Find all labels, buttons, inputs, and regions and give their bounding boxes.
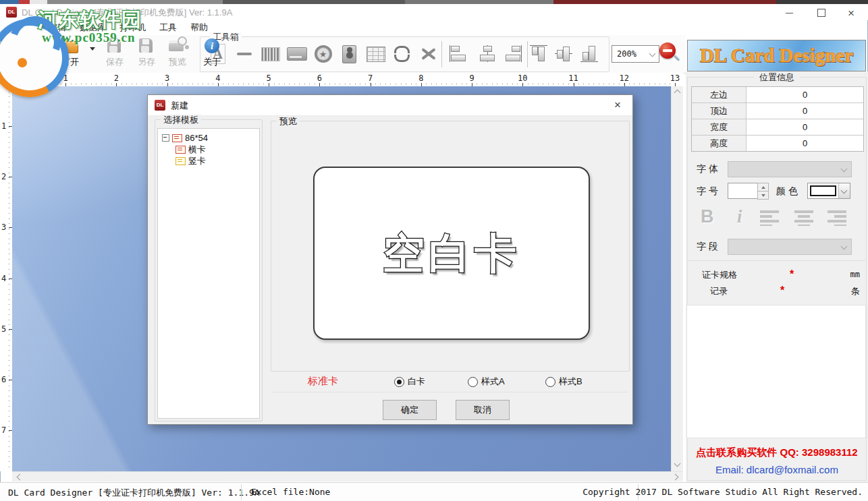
menu-item-0[interactable]: 文件	[11, 20, 42, 35]
align-left-icon[interactable]	[450, 45, 467, 62]
open-button[interactable]: 打开	[43, 36, 97, 70]
brand-banner: DL Card Designer	[687, 40, 866, 71]
table-tool-icon[interactable]	[364, 41, 387, 67]
ruler-number: 6	[1, 375, 6, 384]
maximize-button[interactable]	[810, 5, 833, 20]
radio-checked-icon[interactable]	[394, 377, 404, 387]
align-bottom-icon[interactable]	[580, 45, 598, 62]
card-template-icon	[175, 157, 186, 165]
align-top-icon[interactable]	[530, 45, 547, 62]
save-button[interactable]: 保存	[99, 36, 131, 70]
dialog-close-button[interactable]: ×	[607, 97, 628, 113]
position-row: 宽度0	[692, 119, 863, 136]
align-right-icon[interactable]	[504, 45, 522, 62]
photo-tool-icon[interactable]	[337, 41, 361, 67]
close-button[interactable]: ×	[840, 5, 863, 20]
card-tool-icon[interactable]	[285, 41, 308, 67]
window-title: DL Card Designer [专业证卡打印机免费版] Ver: 1.1.9…	[22, 7, 232, 19]
template-tree[interactable]: 86*54横卡竖卡	[157, 128, 260, 419]
field-select[interactable]	[728, 239, 852, 255]
tree-item-1[interactable]: 横卡	[158, 144, 259, 155]
ruler-number: 4	[215, 73, 220, 83]
menu-item-2[interactable]: 数据库	[73, 20, 113, 35]
ok-button[interactable]: 确定	[383, 400, 437, 420]
menu-item-3[interactable]: 打印机	[113, 20, 153, 35]
toolbox-group: 工具箱	[200, 36, 609, 72]
radio-unchecked-icon[interactable]	[545, 377, 555, 387]
align-center-horizontal-icon[interactable]	[479, 45, 496, 62]
refresh-tool-icon[interactable]	[390, 41, 414, 67]
chevron-down-icon	[649, 51, 656, 57]
ruler-number: 10	[518, 73, 527, 83]
barcode-tool-icon[interactable]	[259, 41, 282, 67]
about-button-label: 关于	[203, 56, 221, 68]
cancel-button[interactable]: 取消	[456, 400, 510, 420]
record-listbox[interactable]	[686, 305, 866, 438]
preview-icon	[167, 36, 188, 55]
position-row-value: 0	[747, 136, 863, 151]
preview-group-label: 预览	[277, 116, 300, 126]
tree-item-label: 竖卡	[188, 155, 206, 167]
bold-button[interactable]: B	[701, 206, 714, 227]
status-separator	[241, 484, 242, 500]
horizontal-scrollbar[interactable]	[12, 471, 683, 481]
radio-1[interactable]: 样式A	[468, 376, 505, 388]
preview-group: 预览 空白卡	[271, 121, 630, 372]
menu-item-4[interactable]: 工具	[153, 20, 184, 35]
radio-0[interactable]: 白卡	[394, 376, 425, 388]
menu-item-1[interactable]: 编辑	[42, 20, 73, 35]
tree-collapse-icon[interactable]	[162, 134, 169, 142]
toolbox-separator	[527, 41, 528, 67]
color-dropdown-button[interactable]	[838, 183, 850, 198]
card-style-strip: 标准卡 白卡样式A样式B	[271, 370, 628, 392]
email-link[interactable]: Email: dlcard@foxmail.com	[686, 464, 868, 475]
scroll-up-icon[interactable]	[674, 90, 681, 96]
position-row-label: 左边	[692, 87, 747, 102]
position-row: 左边0	[692, 87, 863, 103]
align-text-right-icon[interactable]	[826, 210, 846, 226]
standard-card-label: 标准卡	[308, 375, 338, 388]
spec-unit: mm	[850, 270, 860, 279]
radio-2[interactable]: 样式B	[545, 376, 582, 388]
line-tool-icon[interactable]	[232, 41, 256, 67]
open-dropdown-arrow-icon[interactable]	[90, 47, 95, 51]
new-button[interactable]: 新建	[4, 36, 42, 70]
font-size-label: 字 号	[697, 185, 718, 198]
tree-item-label: 86*54	[185, 133, 208, 143]
ruler-number: 1	[63, 73, 68, 83]
ruler-number: 5	[1, 324, 6, 334]
new-button-label: 新建	[14, 56, 32, 68]
about-button[interactable]: 关于	[194, 36, 229, 70]
saveas-button[interactable]: 另存	[131, 36, 162, 70]
align-text-center-icon[interactable]	[794, 210, 814, 226]
italic-button[interactable]: i	[737, 206, 742, 227]
scroll-left-icon[interactable]	[17, 474, 24, 481]
vertical-scrollbar[interactable]	[671, 86, 683, 471]
required-asterisk: *	[780, 285, 784, 297]
tree-item-0[interactable]: 86*54	[158, 132, 259, 144]
align-middle-vertical-icon[interactable]	[555, 45, 572, 62]
scroll-right-icon[interactable]	[672, 474, 679, 481]
font-color-picker[interactable]	[807, 183, 850, 199]
align-text-left-icon[interactable]	[760, 210, 780, 226]
purchase-contact-link[interactable]: 点击联系购买软件 QQ: 3298983112	[686, 446, 868, 459]
zoom-select[interactable]: 200%	[612, 45, 659, 63]
zoom-out-button[interactable]	[659, 42, 682, 65]
ruler-number: 6	[317, 73, 322, 83]
toolbox-tools	[206, 41, 440, 67]
record-unit: 条	[851, 285, 860, 297]
minimize-button[interactable]	[778, 5, 801, 20]
font-family-select[interactable]	[728, 161, 852, 177]
font-size-stepper[interactable]	[728, 183, 768, 199]
ruler-number: 3	[165, 73, 169, 83]
seal-tool-icon[interactable]	[311, 41, 335, 67]
saveas-icon	[136, 36, 157, 55]
stepper-down-button[interactable]	[757, 191, 769, 200]
tree-item-2[interactable]: 竖卡	[158, 155, 259, 167]
properties-panel: 位置信息 左边0顶边0宽度0高度0 字 体 字 号 颜 色 B i 字 段 证卡…	[686, 71, 868, 482]
scroll-down-icon[interactable]	[674, 461, 681, 467]
delete-tool-icon[interactable]	[416, 41, 440, 67]
font-size-input[interactable]	[728, 183, 758, 199]
radio-unchecked-icon[interactable]	[468, 377, 478, 387]
preview-button[interactable]: 预览	[162, 36, 193, 70]
